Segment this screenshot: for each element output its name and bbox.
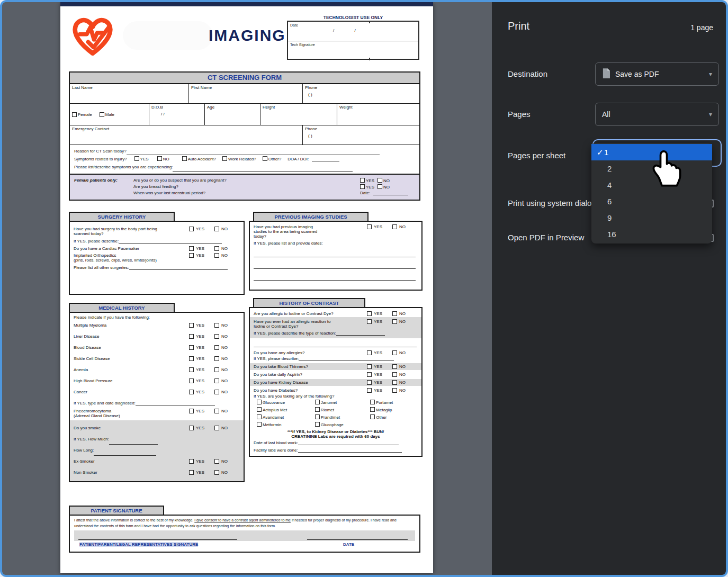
facility-labs-label: Facility labs were done: — [254, 448, 298, 453]
blood-thinners-question: Do you take Blood Thinners? — [254, 364, 367, 369]
medical-history-box: Please indicate if you have the followin… — [69, 312, 245, 482]
signature-caption: PATIENT/PARENT/LEGAL REPRESENTATIVES SIG… — [79, 542, 198, 547]
no-checkbox-icon — [392, 364, 397, 369]
open-pdf-preview-label[interactable]: Open PDF in Preview — [508, 233, 584, 242]
no-checkbox-icon — [214, 426, 219, 430]
yes-label: YES — [196, 323, 204, 328]
med-checkbox-icon — [370, 400, 375, 404]
med-checkbox-icon — [257, 407, 262, 412]
yes-checkbox-icon — [189, 409, 194, 413]
med-label: Metformin — [263, 422, 282, 427]
condition-label: Multiple Myeloma — [74, 323, 189, 328]
yes-label: YES — [140, 157, 149, 161]
yes-checkbox-icon — [367, 364, 372, 369]
option-label: 1 — [604, 148, 608, 157]
no-checkbox-icon — [392, 224, 397, 229]
no-checkbox-icon — [392, 380, 397, 385]
condition-label: Blood Disease — [74, 345, 189, 350]
no-checkbox-icon — [392, 311, 397, 316]
med-label: Actoplus Met — [263, 408, 287, 412]
no-label: NO — [221, 334, 228, 339]
med-checkbox-icon — [315, 414, 320, 419]
prev-imaging-question-3: today? — [254, 234, 266, 239]
work-related-label: Work Related? — [228, 157, 256, 161]
previous-imaging-header: PREVIOUS IMAGING STUDIES — [253, 212, 369, 222]
dropdown-option-6[interactable]: 6 — [591, 193, 712, 210]
form-title: CT SCREENING FORM — [70, 73, 419, 84]
yes-checkbox-icon — [189, 246, 194, 251]
no-label: NO — [221, 378, 228, 383]
taking-meds-label: If YES, are you taking any of the follow… — [254, 394, 418, 399]
surgery-history-box: Have you had surgery to the body part be… — [69, 221, 245, 295]
no-label: NO — [221, 246, 228, 251]
history-of-contrast-header: HISTORY OF CONTRAST — [253, 298, 365, 308]
pdf-file-icon — [602, 68, 610, 80]
yes-label: YES — [374, 350, 382, 355]
yes-checkbox-icon — [189, 345, 194, 350]
dropdown-option-9[interactable]: 9 — [591, 210, 712, 226]
no-label: NO — [399, 380, 406, 385]
yes-label: YES — [374, 311, 382, 316]
yes-label: YES — [196, 378, 204, 383]
female-patients-section: Female patients only: Are you or do you … — [70, 175, 419, 200]
no-checkbox-icon — [392, 319, 397, 324]
how-much-label: If YES, How Much: — [74, 437, 109, 441]
page-count: 1 page — [690, 23, 713, 32]
redacted-practice-name — [123, 21, 213, 50]
yes-checkbox-icon — [189, 253, 194, 258]
no-checkbox-icon — [214, 378, 219, 383]
no-checkbox-icon — [214, 334, 219, 339]
dropdown-option-16[interactable]: 16 — [591, 226, 712, 242]
no-label: NO — [221, 390, 228, 394]
allergies-question: Do you have any allergies? — [254, 350, 367, 355]
no-label: NO — [221, 227, 228, 231]
yes-label: YES — [374, 364, 382, 369]
no-checkbox-icon — [214, 253, 219, 258]
option-label: 6 — [607, 197, 612, 206]
yes-label: YES — [196, 426, 204, 430]
yes-label: YES — [196, 246, 204, 251]
other-surgeries-label: Please list all other surgeries: — [74, 265, 129, 270]
yes-label: YES — [374, 372, 382, 377]
pheo-label: Pheochromocytoma — [74, 409, 111, 413]
phone-label: Phone — [305, 127, 317, 131]
no-label: NO — [221, 356, 228, 361]
med-label: Fortamet — [376, 400, 393, 405]
option-label: 4 — [607, 181, 612, 190]
technologist-box: Date / / Tech Signature — [287, 21, 419, 60]
yes-checkbox-icon — [367, 388, 372, 393]
yes-label: YES — [196, 409, 204, 413]
no-label: NO — [399, 372, 406, 377]
hand-cursor-icon — [649, 149, 681, 191]
chevron-down-icon: ▾ — [709, 111, 712, 118]
signature-strip — [74, 530, 415, 541]
med-label: Prandimet — [321, 415, 340, 420]
check-icon: ✓ — [597, 148, 604, 157]
surgery-history-header: SURGERY HISTORY — [69, 212, 175, 222]
yes-label: YES — [366, 185, 374, 190]
yes-checkbox-icon — [367, 319, 372, 324]
pages-select[interactable]: All ▾ — [595, 103, 719, 126]
prev-imaging-question: Have you had previous imaging — [254, 224, 313, 229]
destination-select[interactable]: Save as PDF ▾ — [595, 62, 719, 86]
med-label: Glucovance — [263, 400, 285, 405]
how-long-label: How Long: — [74, 448, 94, 453]
yes-checkbox-icon — [189, 459, 194, 464]
dob-label: D.O.B — [151, 105, 163, 110]
last-name-label: Last Name — [72, 85, 93, 90]
system-dialog-label[interactable]: Print using system dialog — [508, 199, 596, 208]
no-checkbox-icon — [214, 409, 219, 413]
yes-checkbox-icon — [134, 156, 139, 161]
no-label: NO — [399, 350, 406, 355]
no-checkbox-icon — [214, 323, 219, 328]
no-checkbox-icon — [214, 246, 219, 251]
yes-label: YES — [196, 356, 204, 361]
no-label: NO — [221, 470, 228, 475]
med-checkbox-icon — [315, 400, 320, 404]
destination-label: Destination — [508, 69, 547, 78]
female-checkbox-icon — [72, 112, 77, 117]
phone-paren: ( ) — [308, 133, 417, 138]
no-checkbox-icon — [392, 388, 397, 393]
med-label: Metaglip — [376, 408, 392, 412]
chevron-down-icon: ▾ — [709, 70, 712, 78]
